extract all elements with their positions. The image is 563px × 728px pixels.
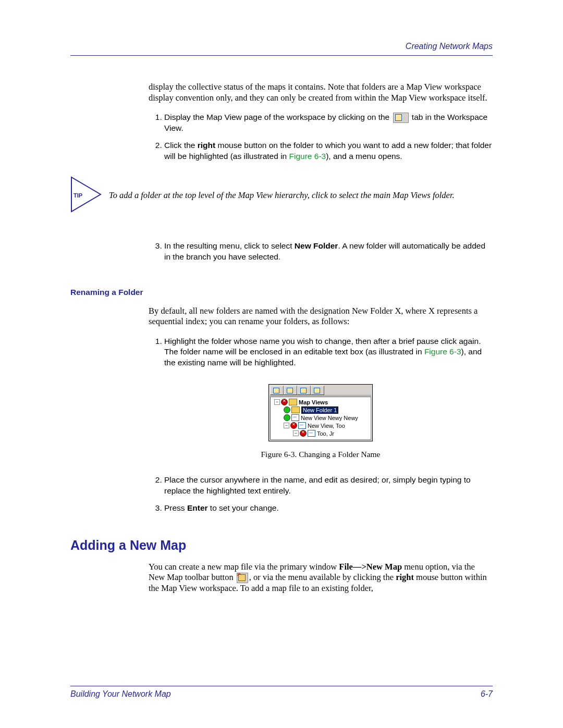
tree-root-label: Map Views: [299, 399, 328, 405]
tab-4[interactable]: [311, 386, 324, 395]
status-ok-icon: [284, 414, 290, 421]
step-3: In the resulting menu, click to select N…: [164, 241, 493, 263]
footer-left: Building Your Network Map: [70, 689, 171, 699]
tip-block: TIP To add a folder at the top level of …: [70, 176, 493, 215]
tab-3[interactable]: [297, 386, 311, 395]
figure-screenshot: − Map Views New Folder 1 New View Newy N…: [268, 384, 373, 441]
footer-page-number: 6-7: [481, 689, 493, 699]
figure-ref-1[interactable]: Figure 6-3: [289, 152, 326, 161]
tree-item3-label: New View, Too: [308, 423, 345, 429]
rstep3-bold: Enter: [187, 503, 208, 512]
map-icon: [298, 422, 306, 429]
folder-open-icon: [291, 406, 300, 413]
map-icon: [308, 430, 315, 437]
folder-icon: [289, 399, 297, 405]
steps-add-folder-cont: In the resulting menu, click to select N…: [149, 241, 493, 263]
tree-item-2[interactable]: New View Newy Newy: [272, 414, 369, 422]
page-footer: Building Your Network Map 6-7: [70, 686, 493, 699]
figure-ref-2[interactable]: Figure 6-3: [424, 347, 461, 356]
tree-root[interactable]: − Map Views: [272, 398, 369, 406]
new-map-button-icon: ✶: [237, 573, 248, 583]
rstep3-pre: Press: [164, 503, 187, 512]
step-2: Click the right mouse button on the fold…: [164, 140, 493, 162]
rename-step-2: Place the cursor anywhere in the name, a…: [164, 475, 493, 497]
status-critical-icon: [300, 430, 307, 437]
footer-rule: [70, 686, 493, 686]
figure-caption: Figure 6-3. Changing a Folder Name: [149, 450, 493, 459]
rename-step-3: Press Enter to set your change.: [164, 503, 493, 514]
folder-name-edit[interactable]: New Folder 1: [301, 406, 338, 414]
step3-bold: New Folder: [295, 241, 338, 250]
status-critical-icon: [281, 399, 288, 405]
addmap-pre: You can create a new map file via the pr…: [149, 562, 339, 572]
tree-item4-label: Too, Jr: [317, 430, 334, 437]
tree-item-editing[interactable]: New Folder 1: [272, 406, 369, 414]
tip-label: TIP: [74, 192, 82, 199]
page: Creating Network Maps display the collec…: [0, 0, 563, 728]
steps-add-folder: Display the Map View page of the workspa…: [149, 112, 493, 162]
tree-item2-label: New View Newy Newy: [301, 415, 358, 421]
heading-adding-new-map: Adding a New Map: [70, 538, 493, 553]
tree-item-3[interactable]: − New View, Too: [272, 422, 369, 429]
tab-row: [270, 386, 371, 396]
steps-rename: Highlight the folder whose name you wish…: [149, 336, 493, 369]
tip-text: To add a folder at the top level of the …: [109, 190, 455, 201]
expander-minus-icon[interactable]: −: [274, 399, 280, 405]
step-1: Display the Map View page of the workspa…: [164, 112, 493, 134]
expander-minus-icon[interactable]: −: [293, 430, 299, 436]
addmap-bold1: File—>New Map: [339, 562, 402, 572]
addmap-bold2: right: [396, 572, 414, 582]
step3-pre: In the resulting menu, click to select: [164, 241, 295, 250]
map-icon: [291, 414, 299, 421]
tree-area: − Map Views New Folder 1 New View Newy N…: [270, 397, 371, 440]
intro-paragraph: display the collective status of the map…: [149, 82, 493, 103]
status-ok-icon: [284, 406, 290, 413]
steps-rename-cont: Place the cursor anywhere in the name, a…: [149, 475, 493, 514]
status-critical-icon: [290, 422, 297, 429]
rename-step-1: Highlight the folder whose name you wish…: [164, 336, 493, 369]
subheading-renaming: Renaming a Folder: [70, 288, 493, 297]
rstep3-post: to set your change.: [208, 503, 279, 512]
map-view-tab-icon: [393, 113, 409, 123]
expander-minus-icon[interactable]: −: [284, 423, 289, 428]
tree-item-4[interactable]: − Too, Jr: [272, 429, 369, 437]
header-rule: [70, 55, 493, 56]
rename-paragraph: By default, all new folders are named wi…: [149, 306, 493, 327]
figure-6-3: − Map Views New Folder 1 New View Newy N…: [149, 384, 493, 441]
adding-map-paragraph: You can create a new map file via the pr…: [149, 562, 493, 594]
tip-icon: TIP: [70, 176, 103, 215]
addmap-mid2: , or via the menu available by clicking …: [249, 572, 396, 582]
step2-pre: Click the: [164, 141, 198, 150]
tab-2[interactable]: [284, 386, 297, 395]
step1-pre: Display the Map View page of the workspa…: [164, 113, 392, 121]
step2-post: ), and a menu opens.: [326, 152, 402, 161]
section-header: Creating Network Maps: [70, 42, 493, 51]
step2-bold: right: [198, 141, 215, 150]
tab-1[interactable]: [270, 386, 284, 395]
